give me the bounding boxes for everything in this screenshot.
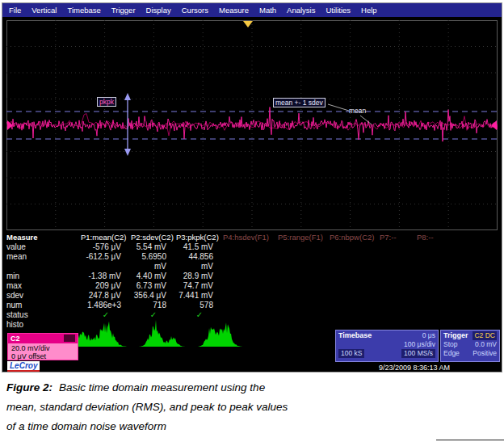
datetime-display: 9/23/2009 8:36:13 AM xyxy=(350,364,479,372)
param-header-p8[interactable]: P8:-- xyxy=(417,233,451,242)
row-label: sdev xyxy=(6,291,81,301)
trigger-type: Edge xyxy=(443,349,460,358)
mean-sdev-label: mean +- 1 sdev xyxy=(273,98,326,107)
trigger-label: Trigger xyxy=(443,331,468,340)
measure-value: 41.5 mV xyxy=(176,242,223,252)
channel-trace-icon xyxy=(64,335,75,342)
measure-value: 718 xyxy=(131,301,176,310)
pkpk-label: pkpk xyxy=(97,97,116,107)
waveform-plot xyxy=(6,20,498,230)
figure-caption-line1: Basic time domain measurement using the xyxy=(59,381,265,394)
param-header-p7[interactable]: P7:-- xyxy=(380,233,417,242)
menu-bar: File Vertical Timebase Trigger Display C… xyxy=(2,3,502,17)
param-header-p2[interactable]: P2:sdev(C2) xyxy=(131,233,176,242)
measure-value: -1.38 mV xyxy=(81,272,131,281)
menu-math[interactable]: Math xyxy=(259,6,276,15)
menu-help[interactable]: Help xyxy=(361,6,377,15)
measure-value: 28.9 mV xyxy=(176,272,223,281)
menu-display[interactable]: Display xyxy=(146,6,171,15)
param-header-p4[interactable]: P4:hsdev(F1) xyxy=(223,233,278,242)
timebase-rate: 100 MS/s xyxy=(401,349,435,358)
menu-utilities[interactable]: Utilities xyxy=(326,6,351,15)
row-label: value xyxy=(6,242,81,252)
mean-sdev-leader xyxy=(328,104,349,111)
measure-value: 44.856 mV xyxy=(176,252,223,272)
measure-value: -576 μV xyxy=(81,242,131,252)
oscilloscope-screen: File Vertical Timebase Trigger Display C… xyxy=(2,2,502,373)
figure-caption: Figure 2:Basic time domain measurement u… xyxy=(6,378,496,436)
noise-trace-c2 xyxy=(6,107,498,142)
menu-trigger[interactable]: Trigger xyxy=(111,6,136,15)
measure-value: 5.6950 mV xyxy=(131,252,176,272)
figure-caption-line2: mean, standard deviation (RMS), and peak… xyxy=(6,398,496,417)
trigger-time-marker[interactable] xyxy=(243,21,253,27)
measure-value: 74.7 mV xyxy=(176,281,223,291)
measure-value: 4.40 mV xyxy=(131,272,176,281)
timebase-descriptor[interactable]: Timebase 0 μs 100 μs/div 100 kS 100 MS/s xyxy=(335,330,439,362)
measure-value: -612.5 μV xyxy=(81,252,131,272)
histogram-p3 xyxy=(193,314,245,347)
measure-value: 209 μV xyxy=(81,281,131,291)
menu-timebase[interactable]: Timebase xyxy=(67,6,100,15)
param-header-p3[interactable]: P3:pkpk(C2) xyxy=(176,233,223,242)
measure-value: 7.441 mV xyxy=(176,291,223,301)
measure-value: 5.54 mV xyxy=(131,242,176,252)
measure-title: Measure xyxy=(6,233,81,242)
channel-name: C2 xyxy=(10,334,20,343)
measure-value: 578 xyxy=(176,301,223,310)
timebase-scale: 100 μs/div xyxy=(404,340,435,349)
menu-vertical[interactable]: Vertical xyxy=(32,6,57,15)
figure-caption-line3: of a time domain noise waveform xyxy=(6,417,496,436)
measure-value: 6.73 mV xyxy=(131,281,176,291)
measure-value: 247.8 μV xyxy=(81,291,131,301)
row-label: num xyxy=(6,301,81,310)
measure-value: 356.4 μV xyxy=(131,291,176,301)
trigger-source: C2 DC xyxy=(472,331,497,340)
histogram-row xyxy=(62,314,245,347)
trigger-mode: Stop xyxy=(443,340,458,349)
trigger-descriptor[interactable]: Trigger C2 DC Stop 0.0 mV Edge Positive xyxy=(440,330,500,362)
waveform-grid: pkpk mean +- 1 sdev mean xyxy=(6,20,498,230)
timebase-label: Timebase xyxy=(338,331,372,340)
row-label: max xyxy=(6,281,81,291)
trigger-level-marker-right[interactable] xyxy=(491,120,497,130)
param-header-p6[interactable]: P6:nbpw(C2) xyxy=(330,233,380,242)
histogram-p2 xyxy=(132,314,188,347)
timebase-samples: 100 kS xyxy=(338,349,364,358)
measure-value: 1.486e+3 xyxy=(81,301,131,310)
row-label: mean xyxy=(6,252,81,272)
menu-file[interactable]: File xyxy=(9,6,21,15)
menu-measure[interactable]: Measure xyxy=(219,6,249,15)
trigger-slope: Positive xyxy=(472,349,497,358)
page-rule xyxy=(436,440,504,440)
param-header-p1[interactable]: P1:mean(C2) xyxy=(81,233,131,242)
row-label: min xyxy=(6,272,81,281)
menu-cursors[interactable]: Cursors xyxy=(182,6,208,15)
channel-scale: 20.0 mV/div xyxy=(11,344,74,352)
mean-label: mean xyxy=(349,107,366,115)
param-header-p5[interactable]: P5:range(F1) xyxy=(278,233,330,242)
timebase-position: 0 μs xyxy=(422,331,435,340)
figure-caption-label: Figure 2: xyxy=(6,381,52,394)
lecroy-logo: LeCroy xyxy=(7,361,40,372)
trigger-level: 0.0 mV xyxy=(475,340,497,349)
menu-analysis[interactable]: Analysis xyxy=(287,6,315,15)
channel-c2-descriptor[interactable]: C2 20.0 mV/div 0 μV offset xyxy=(7,333,78,360)
channel-offset: 0 μV offset xyxy=(11,352,74,360)
